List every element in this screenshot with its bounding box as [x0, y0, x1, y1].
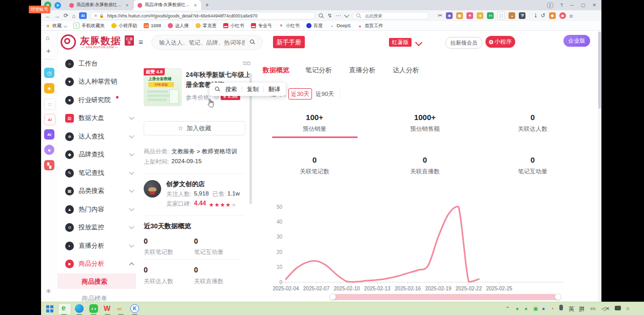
bookmark-miniapp[interactable]: 小程序助 [111, 23, 137, 29]
new-tab-icon[interactable]: + [205, 2, 209, 9]
chevron-down-icon[interactable] [344, 12, 349, 17]
sidebar-item-dashboard[interactable]: ▥数据大盘 [65, 113, 133, 123]
version-tag[interactable]: 红薯版 [389, 38, 412, 47]
tray-expand-icon[interactable]: ⌃ [505, 306, 510, 311]
stat-est-revenue[interactable]: 1000+预估销售额 [374, 113, 476, 133]
quick-search-input[interactable] [364, 13, 425, 19]
tab-data-overview[interactable]: 数据概览 [263, 66, 289, 75]
sidebar-subitem-goods-rank[interactable]: 商品榜单 [82, 294, 107, 302]
tray-shield-icon[interactable]: ▣ [533, 306, 538, 311]
tab-note-analysis[interactable]: 笔记分析 [305, 66, 332, 75]
search-icon[interactable] [250, 40, 256, 46]
tray-green2-icon[interactable]: ● [524, 306, 528, 311]
extension-pink-icon[interactable]: ♥ [466, 12, 473, 19]
tab-goods-detail[interactable]: 商品详情-灰豚数据红薯版 ✕ [133, 0, 201, 10]
taskbar-orange-app-icon[interactable]: ∞ [117, 305, 122, 312]
tray-bluetooth-icon[interactable]: ● [542, 306, 545, 311]
bookmark-deepseek[interactable]: ◗DeepS [329, 23, 351, 28]
plus-icon[interactable]: + [46, 46, 51, 55]
language-indicator[interactable]: 英 [569, 305, 574, 313]
account-floating-badge[interactable]: 经营账号 [29, 6, 50, 13]
range-30d[interactable]: 近30天 [288, 88, 312, 100]
address-bar[interactable]: 🔒 [90, 12, 315, 19]
maximize-icon[interactable]: ▢ [581, 3, 586, 8]
ime-indicator[interactable]: 拼 [579, 305, 584, 313]
lightning-icon[interactable]: ↯ [327, 12, 332, 19]
bookmark-favorites[interactable]: ★收藏 [46, 23, 67, 29]
scissors-icon[interactable]: ✂ [438, 12, 442, 19]
close-icon[interactable]: ✕ [592, 3, 596, 8]
refresh-icon[interactable]: ⟳ [64, 12, 68, 19]
popup-translate[interactable]: 翻译 [268, 86, 280, 93]
ai-purple-app-icon[interactable]: AI [44, 129, 54, 140]
bookmark-1688[interactable]: 161688 [144, 23, 161, 28]
bookmark-baidu[interactable]: 百度 [306, 23, 323, 29]
site-info-icon[interactable] [94, 14, 97, 17]
stat-lives[interactable]: 0关联直播数 [374, 155, 476, 175]
extension-h-icon[interactable]: H [487, 12, 494, 19]
notification-bell-icon[interactable]: ○ [626, 305, 630, 311]
home-icon[interactable]: ⌂ [46, 34, 50, 42]
collapse-sidebar-icon[interactable]: ≡ [139, 37, 143, 46]
home-icon[interactable]: ⌂ [72, 13, 75, 19]
windows-start-button[interactable] [46, 305, 53, 312]
stat-influencers[interactable]: 0关联达人数 [481, 113, 584, 133]
tab-close-icon[interactable]: ✕ [125, 3, 129, 8]
multi-window-badge[interactable]: 2 [547, 3, 553, 8]
taskbar-wps-icon[interactable]: W [104, 304, 110, 312]
extension-blank-icon[interactable]: ▢ [497, 12, 505, 19]
extension-case-icon[interactable]: ▣ [456, 12, 463, 19]
tray-sync-icon[interactable]: ◔ [551, 306, 554, 311]
miniapp-button[interactable]: ❋ 小程序 [485, 36, 515, 48]
taskbar-k-app-icon[interactable]: K [130, 304, 139, 313]
bookmark-homework[interactable]: ▲首页工作 [358, 23, 383, 29]
taskbar-edge-icon[interactable] [75, 304, 84, 313]
invite-member-button[interactable]: 拉新领会员 [445, 37, 482, 49]
tray-green-icon[interactable]: ● [516, 306, 519, 311]
violet-app-icon[interactable]: ● [44, 145, 54, 155]
back-icon[interactable]: ← [45, 13, 51, 19]
popup-search[interactable]: 搜索 [225, 86, 237, 93]
bookmark-xiaohongshu[interactable]: ▬小红书 [223, 23, 244, 29]
scrollbar-thumb[interactable] [598, 32, 601, 109]
extension-purple-icon[interactable]: ■ [446, 12, 453, 19]
bookmark-xhs-tool[interactable]: ❋小红书 [279, 23, 300, 29]
tab-close-icon[interactable]: ✕ [193, 3, 197, 8]
compare-window-icon[interactable]: ⧉⧉ [243, 60, 251, 67]
theme-icon[interactable]: T [560, 3, 563, 8]
shop-avatar[interactable] [144, 180, 161, 198]
stat-interactions[interactable]: 0笔记互动量 [481, 155, 584, 175]
sidebar-item-live-analysis[interactable]: ◐直播分析 [65, 241, 133, 251]
gamepad-app-icon[interactable]: ▚ [44, 160, 54, 170]
enterprise-button[interactable]: 企业版 [563, 35, 590, 47]
sidebar-item-note-find[interactable]: ✎笔记查找 [65, 168, 133, 178]
bookmark-lingke[interactable]: 零克查 [196, 23, 217, 29]
popup-copy[interactable]: 复制 [247, 86, 259, 93]
sidebar-item-seeding[interactable]: ♥达人种草营销 [65, 76, 133, 87]
sidebar-item-research[interactable]: ★行业研究院 [65, 95, 133, 105]
bookmark-daren-search[interactable]: 达人搜 [168, 23, 189, 29]
profile-icon[interactable]: ◉ [559, 12, 566, 19]
touch-keyboard-icon[interactable]: ▭ [590, 305, 595, 312]
brush-handle-left[interactable] [329, 293, 336, 300]
ai-assistant-icon[interactable]: AI [79, 12, 87, 19]
url-input[interactable] [106, 13, 311, 19]
minimize-icon[interactable]: ─ [571, 3, 574, 8]
downloads-icon[interactable]: ⭣ [534, 12, 537, 19]
messenger-icon[interactable]: ➤ [54, 2, 61, 9]
shop-bag-icon[interactable]: ◆ [549, 12, 556, 19]
shop-name[interactable]: 创梦文创的店 [166, 180, 205, 189]
quick-search-box[interactable] [352, 12, 429, 19]
stat-notes[interactable]: 0关联笔记数 [263, 155, 366, 175]
extension-dog-icon[interactable]: ◒ [509, 12, 515, 19]
tab-influencer-analysis[interactable]: 达人分析 [393, 66, 419, 75]
microphone-icon[interactable] [559, 305, 563, 310]
sidebar-item-goods-analysis[interactable]: ■商品分析 [65, 259, 133, 269]
history-icon[interactable]: ↺ [540, 12, 545, 19]
sidebar-item-influencer-find[interactable]: ⊕达人查找 [65, 131, 133, 142]
range-90d[interactable]: 近90天 [314, 88, 336, 100]
extension-user-icon[interactable]: ● [477, 12, 483, 19]
tab-live-analysis[interactable]: 直播分析 [349, 66, 376, 75]
extensions-puzzle-icon[interactable]: ⧩ [519, 12, 525, 19]
sidebar-item-brand-find[interactable]: ◆品牌查找 [65, 149, 133, 160]
